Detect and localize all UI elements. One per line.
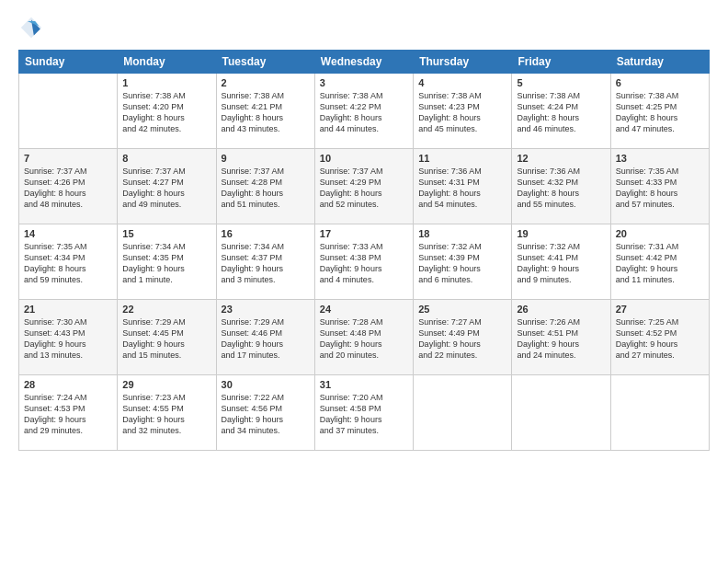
- day-number: 3: [320, 77, 408, 88]
- calendar-cell: 17Sunrise: 7:33 AMSunset: 4:38 PMDayligh…: [314, 224, 413, 300]
- sunrise-text: Sunrise: 7:38 AM: [517, 91, 580, 100]
- sunrise-text: Sunrise: 7:37 AM: [24, 167, 87, 176]
- cell-content: Sunrise: 7:38 AMSunset: 4:22 PMDaylight:…: [320, 90, 408, 135]
- daylight-text: Daylight: 8 hoursand 47 minutes.: [616, 113, 678, 133]
- daylight-text: Daylight: 9 hoursand 27 minutes.: [616, 339, 678, 360]
- cell-content: Sunrise: 7:20 AMSunset: 4:58 PMDaylight:…: [320, 392, 408, 437]
- sunset-text: Sunset: 4:38 PM: [320, 253, 381, 262]
- calendar-cell: 12Sunrise: 7:36 AMSunset: 4:32 PMDayligh…: [512, 149, 610, 224]
- sunrise-text: Sunrise: 7:24 AM: [24, 393, 87, 402]
- daylight-text: Daylight: 8 hoursand 54 minutes.: [418, 189, 481, 209]
- day-number: 11: [418, 153, 506, 164]
- sunrise-text: Sunrise: 7:30 AM: [24, 317, 87, 327]
- daylight-text: Daylight: 9 hoursand 22 minutes.: [418, 339, 481, 360]
- daylight-text: Daylight: 8 hoursand 59 minutes.: [24, 264, 86, 284]
- cell-content: Sunrise: 7:38 AMSunset: 4:24 PMDaylight:…: [517, 90, 605, 135]
- calendar-table: SundayMondayTuesdayWednesdayThursdayFrid…: [18, 50, 710, 451]
- day-number: 10: [320, 153, 408, 164]
- cell-content: Sunrise: 7:23 AMSunset: 4:55 PMDaylight:…: [122, 392, 210, 437]
- day-number: 29: [122, 379, 210, 390]
- weekday-header-saturday: Saturday: [610, 51, 709, 74]
- sunrise-text: Sunrise: 7:33 AM: [320, 242, 383, 251]
- day-number: 22: [122, 304, 210, 315]
- calendar-cell: 7Sunrise: 7:37 AMSunset: 4:26 PMDaylight…: [19, 149, 118, 224]
- sunset-text: Sunset: 4:21 PM: [222, 102, 283, 111]
- sunset-text: Sunset: 4:22 PM: [320, 102, 381, 111]
- daylight-text: Daylight: 9 hoursand 34 minutes.: [222, 415, 284, 435]
- day-number: 8: [122, 153, 210, 164]
- sunset-text: Sunset: 4:35 PM: [122, 253, 184, 262]
- daylight-text: Daylight: 8 hoursand 48 minutes.: [24, 189, 86, 209]
- sunrise-text: Sunrise: 7:25 AM: [616, 317, 679, 327]
- daylight-text: Daylight: 8 hoursand 44 minutes.: [320, 113, 382, 133]
- sunset-text: Sunset: 4:49 PM: [418, 328, 480, 338]
- week-row-0: 1Sunrise: 7:38 AMSunset: 4:20 PMDaylight…: [19, 74, 710, 149]
- day-number: 25: [418, 304, 506, 315]
- cell-content: Sunrise: 7:25 AMSunset: 4:52 PMDaylight:…: [616, 316, 704, 362]
- cell-content: Sunrise: 7:37 AMSunset: 4:29 PMDaylight:…: [320, 166, 408, 211]
- day-number: 31: [320, 379, 408, 390]
- sunrise-text: Sunrise: 7:23 AM: [122, 393, 186, 402]
- calendar-cell: 19Sunrise: 7:32 AMSunset: 4:41 PMDayligh…: [512, 224, 610, 300]
- cell-content: Sunrise: 7:34 AMSunset: 4:37 PMDaylight:…: [222, 241, 310, 286]
- calendar-cell: 4Sunrise: 7:38 AMSunset: 4:23 PMDaylight…: [414, 74, 512, 149]
- daylight-text: Daylight: 9 hoursand 15 minutes.: [122, 339, 185, 360]
- daylight-text: Daylight: 9 hoursand 29 minutes.: [24, 415, 86, 435]
- calendar-cell: 27Sunrise: 7:25 AMSunset: 4:52 PMDayligh…: [610, 300, 709, 375]
- weekday-header-thursday: Thursday: [414, 51, 512, 74]
- sunset-text: Sunset: 4:37 PM: [222, 253, 283, 262]
- sunrise-text: Sunrise: 7:31 AM: [616, 242, 679, 251]
- calendar-cell: 16Sunrise: 7:34 AMSunset: 4:37 PMDayligh…: [216, 224, 314, 300]
- calendar-cell: 28Sunrise: 7:24 AMSunset: 4:53 PMDayligh…: [19, 375, 118, 451]
- calendar-cell: 1Sunrise: 7:38 AMSunset: 4:20 PMDaylight…: [118, 74, 216, 149]
- day-number: 28: [24, 379, 112, 390]
- sunrise-text: Sunrise: 7:36 AM: [517, 167, 580, 176]
- day-number: 5: [517, 77, 605, 88]
- week-row-1: 7Sunrise: 7:37 AMSunset: 4:26 PMDaylight…: [19, 149, 710, 224]
- weekday-header-monday: Monday: [118, 51, 216, 74]
- cell-content: Sunrise: 7:29 AMSunset: 4:46 PMDaylight:…: [222, 316, 310, 362]
- sunrise-text: Sunrise: 7:38 AM: [122, 91, 186, 100]
- day-number: 21: [24, 304, 112, 315]
- daylight-text: Daylight: 8 hoursand 49 minutes.: [122, 189, 185, 209]
- sunrise-text: Sunrise: 7:35 AM: [616, 167, 679, 176]
- day-number: 23: [222, 304, 310, 315]
- sunset-text: Sunset: 4:58 PM: [320, 404, 381, 413]
- sunset-text: Sunset: 4:20 PM: [122, 102, 184, 111]
- weekday-header-wednesday: Wednesday: [314, 51, 413, 74]
- sunset-text: Sunset: 4:23 PM: [418, 102, 480, 111]
- calendar-cell: 23Sunrise: 7:29 AMSunset: 4:46 PMDayligh…: [216, 300, 314, 375]
- daylight-text: Daylight: 8 hoursand 57 minutes.: [616, 189, 678, 209]
- calendar-cell: 9Sunrise: 7:37 AMSunset: 4:28 PMDaylight…: [216, 149, 314, 224]
- cell-content: Sunrise: 7:34 AMSunset: 4:35 PMDaylight:…: [122, 241, 210, 286]
- sunrise-text: Sunrise: 7:29 AM: [122, 317, 186, 327]
- cell-content: Sunrise: 7:38 AMSunset: 4:20 PMDaylight:…: [122, 90, 210, 135]
- calendar-cell: 15Sunrise: 7:34 AMSunset: 4:35 PMDayligh…: [118, 224, 216, 300]
- sunrise-text: Sunrise: 7:32 AM: [418, 242, 482, 251]
- cell-content: Sunrise: 7:38 AMSunset: 4:21 PMDaylight:…: [222, 90, 310, 135]
- sunset-text: Sunset: 4:32 PM: [517, 178, 578, 187]
- calendar-cell: 25Sunrise: 7:27 AMSunset: 4:49 PMDayligh…: [414, 300, 512, 375]
- daylight-text: Daylight: 9 hoursand 24 minutes.: [517, 339, 579, 360]
- sunset-text: Sunset: 4:42 PM: [616, 253, 677, 262]
- cell-content: Sunrise: 7:24 AMSunset: 4:53 PMDaylight:…: [24, 392, 112, 437]
- calendar-cell: 6Sunrise: 7:38 AMSunset: 4:25 PMDaylight…: [610, 74, 709, 149]
- logo: [18, 15, 48, 40]
- calendar-cell: 3Sunrise: 7:38 AMSunset: 4:22 PMDaylight…: [314, 74, 413, 149]
- calendar-cell: 21Sunrise: 7:30 AMSunset: 4:43 PMDayligh…: [19, 300, 118, 375]
- sunset-text: Sunset: 4:46 PM: [222, 328, 283, 338]
- calendar-cell: [512, 375, 610, 451]
- calendar-cell: 26Sunrise: 7:26 AMSunset: 4:51 PMDayligh…: [512, 300, 610, 375]
- sunrise-text: Sunrise: 7:29 AM: [222, 317, 285, 327]
- calendar-cell: 8Sunrise: 7:37 AMSunset: 4:27 PMDaylight…: [118, 149, 216, 224]
- cell-content: Sunrise: 7:29 AMSunset: 4:45 PMDaylight:…: [122, 316, 210, 362]
- sunrise-text: Sunrise: 7:28 AM: [320, 317, 383, 327]
- calendar-cell: 5Sunrise: 7:38 AMSunset: 4:24 PMDaylight…: [512, 74, 610, 149]
- sunrise-text: Sunrise: 7:37 AM: [320, 167, 383, 176]
- day-number: 14: [24, 228, 112, 239]
- cell-content: Sunrise: 7:30 AMSunset: 4:43 PMDaylight:…: [24, 316, 112, 362]
- sunset-text: Sunset: 4:48 PM: [320, 328, 381, 338]
- sunrise-text: Sunrise: 7:38 AM: [616, 91, 679, 100]
- daylight-text: Daylight: 9 hoursand 17 minutes.: [222, 339, 284, 360]
- sunrise-text: Sunrise: 7:38 AM: [418, 91, 482, 100]
